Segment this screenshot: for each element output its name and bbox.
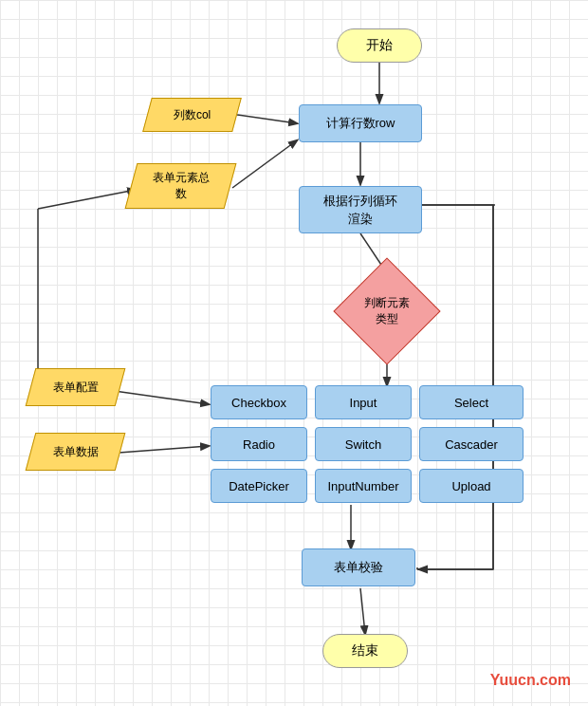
flowchart-canvas: 开始 计算行数row 根据行列循环渲染 列数col 表单元素总数 判断元素类型 … <box>0 0 588 706</box>
validate-label: 表单校验 <box>334 559 383 576</box>
datepicker-label: DatePicker <box>229 479 289 493</box>
select-label: Select <box>454 396 488 410</box>
cascader-node: Cascader <box>419 427 524 461</box>
svg-line-3 <box>237 115 297 123</box>
input-label: Input <box>350 396 377 410</box>
form-config-node: 表单配置 <box>26 368 126 406</box>
validate-node: 表单校验 <box>302 548 415 586</box>
checkbox-label: Checkbox <box>231 396 286 410</box>
radio-node: Radio <box>211 427 307 461</box>
end-node: 结束 <box>322 634 408 668</box>
cascader-label: Cascader <box>445 437 498 452</box>
loop-node: 根据行列循环渲染 <box>299 186 422 233</box>
svg-line-4 <box>232 140 297 188</box>
inputnumber-node: InputNumber <box>315 469 412 503</box>
col-label: 列数col <box>174 107 211 123</box>
watermark: Yuucn.com <box>490 672 571 689</box>
start-node: 开始 <box>337 28 422 63</box>
arrows-overlay <box>0 0 588 706</box>
radio-label: Radio <box>243 437 275 452</box>
form-config-label: 表单配置 <box>53 380 99 396</box>
calc-row-label: 计算行数row <box>326 115 395 132</box>
select-node: Select <box>419 385 524 419</box>
col-node: 列数col <box>142 98 242 132</box>
datepicker-node: DatePicker <box>211 469 307 503</box>
judge-label: 判断元素类型 <box>364 295 410 327</box>
form-data-node: 表单数据 <box>26 433 126 471</box>
checkbox-node: Checkbox <box>211 385 307 419</box>
switch-label: Switch <box>345 437 381 452</box>
start-label: 开始 <box>366 37 393 54</box>
switch-node: Switch <box>315 427 412 461</box>
input-node: Input <box>315 385 412 419</box>
upload-label: Upload <box>451 479 490 493</box>
form-data-label: 表单数据 <box>53 444 99 460</box>
calc-row-node: 计算行数row <box>299 104 422 142</box>
svg-line-8 <box>38 190 136 209</box>
upload-node: Upload <box>419 469 524 503</box>
end-label: 结束 <box>352 642 378 660</box>
judge-node: 判断元素类型 <box>333 257 440 364</box>
svg-line-11 <box>360 588 365 634</box>
total-label: 表单元素总数 <box>153 170 210 202</box>
loop-label: 根据行列循环渲染 <box>323 192 397 229</box>
total-node: 表单元素总数 <box>125 163 237 209</box>
inputnumber-label: InputNumber <box>327 479 398 493</box>
